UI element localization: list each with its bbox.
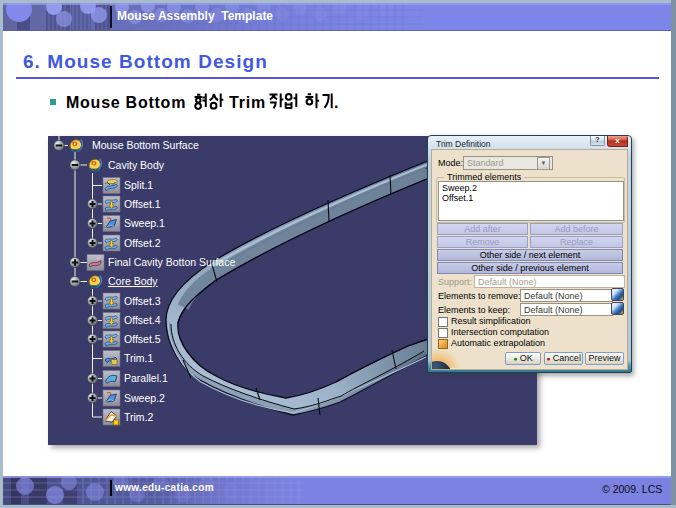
svg-text:Offset.3: Offset.3 xyxy=(124,295,161,307)
svg-text:Parallel.1: Parallel.1 xyxy=(124,372,168,384)
svg-text:Core Body: Core Body xyxy=(108,275,158,287)
svg-text:Offset.5: Offset.5 xyxy=(124,333,161,345)
svg-text:Offset.4: Offset.4 xyxy=(124,314,161,326)
svg-text:Offset.1: Offset.1 xyxy=(124,198,161,210)
svg-text:Trim.1: Trim.1 xyxy=(124,352,154,364)
svg-text:Final Cavity Botton Surface: Final Cavity Botton Surface xyxy=(108,256,235,268)
svg-text:Trim.2: Trim.2 xyxy=(124,411,154,423)
svg-text:Offset.2: Offset.2 xyxy=(124,237,161,249)
svg-text:Mouse Bottom Surface: Mouse Bottom Surface xyxy=(92,139,199,151)
svg-text:Sweep.1: Sweep.1 xyxy=(124,217,165,229)
svg-text:Cavity Body: Cavity Body xyxy=(108,159,165,171)
svg-text:Sweep.2: Sweep.2 xyxy=(124,392,165,404)
svg-text:Split.1: Split.1 xyxy=(124,179,153,191)
